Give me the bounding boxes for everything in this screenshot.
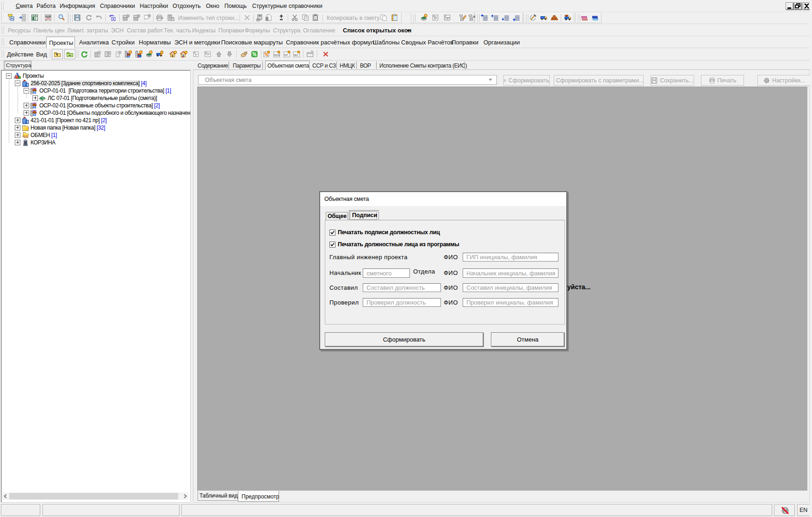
svg-text:PDF: PDF bbox=[46, 15, 50, 18]
svg-text:P: P bbox=[434, 16, 437, 20]
svg-text:РР: РР bbox=[285, 54, 288, 56]
svg-text:ПР: ПР bbox=[445, 17, 450, 20]
svg-text:М29: М29 bbox=[274, 54, 280, 56]
svg-text:ФЗ: ФЗ bbox=[294, 54, 298, 56]
svg-text:P: P bbox=[195, 53, 198, 57]
